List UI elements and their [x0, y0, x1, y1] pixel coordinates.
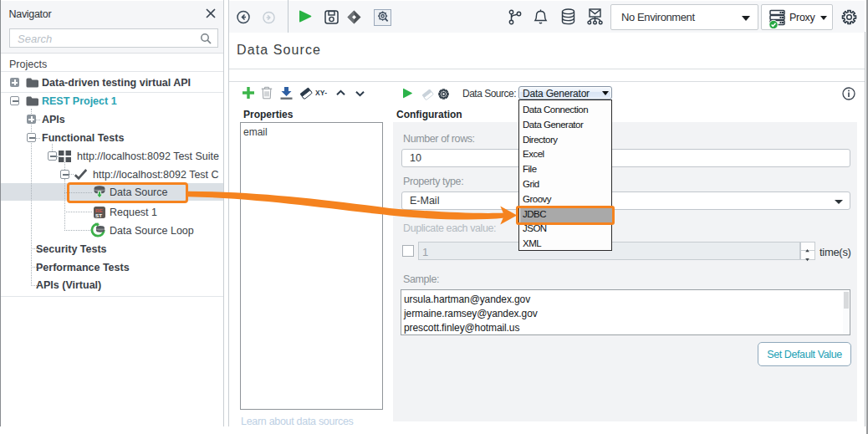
svg-text:ST: ST [95, 212, 102, 218]
